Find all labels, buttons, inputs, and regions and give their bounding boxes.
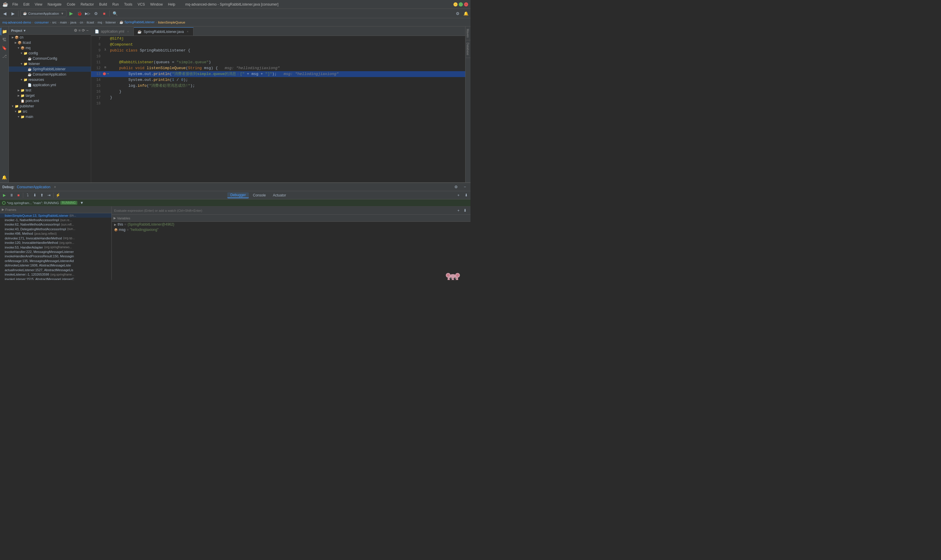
step-over-btn[interactable]: ⤵ bbox=[25, 192, 31, 198]
forward-button[interactable]: ▶ bbox=[9, 10, 17, 17]
tree-appyml[interactable]: 📄 application.yml bbox=[9, 82, 91, 88]
add-watch-btn[interactable]: + bbox=[455, 192, 462, 198]
menu-window[interactable]: Window bbox=[148, 2, 165, 7]
menu-view[interactable]: View bbox=[32, 2, 45, 7]
frame-7[interactable]: invoke:53, HandlerAdapter (org.springfra… bbox=[0, 245, 111, 249]
menu-file[interactable]: File bbox=[10, 2, 20, 7]
resume-program-btn[interactable]: ▶ bbox=[1, 192, 8, 198]
tab-spring-rabbit-listener[interactable]: ☕ SpringRabbitListener.java × bbox=[134, 27, 194, 35]
breadcrumb-module[interactable]: consumer bbox=[35, 21, 49, 24]
debug-app-name[interactable]: ConsumerApplication bbox=[17, 185, 50, 189]
frame-10[interactable]: onMessage:135, MessagingMessageListenerA… bbox=[0, 258, 111, 263]
settings-button[interactable]: ⚙ bbox=[454, 10, 461, 17]
expression-input[interactable] bbox=[114, 209, 455, 212]
project-collapse-icon[interactable]: ≡ bbox=[78, 28, 81, 33]
debugger-tab[interactable]: Debugger bbox=[227, 192, 249, 198]
stop-button[interactable]: ■ bbox=[101, 10, 108, 17]
var-this[interactable]: ▶ this = {SpringRabbitListener@4962} bbox=[112, 222, 470, 227]
bookmarks-icon[interactable]: 🔖 bbox=[1, 44, 8, 52]
breadcrumb-itcast[interactable]: itcast bbox=[87, 21, 94, 24]
menu-edit[interactable]: Edit bbox=[21, 2, 32, 7]
breadcrumb-class[interactable]: ☕ SpringRabbitListener bbox=[119, 20, 155, 24]
tree-cn[interactable]: ▶ 📦 cn bbox=[9, 35, 91, 40]
menu-navigate[interactable]: Navigate bbox=[45, 2, 64, 7]
tree-pom[interactable]: 📋 pom.xml bbox=[9, 98, 91, 103]
filter-icon[interactable]: ▼ bbox=[78, 200, 85, 206]
more-run-button[interactable]: ⚙ bbox=[92, 10, 99, 17]
debug-close[interactable]: × bbox=[54, 185, 56, 189]
frame-14[interactable]: invokeListener:1515, AbstractMessageList… bbox=[0, 277, 111, 280]
evaluate-expression-btn[interactable]: ⚡ bbox=[55, 192, 61, 198]
project-close-icon[interactable]: − bbox=[86, 28, 89, 33]
back-button[interactable]: ◀ bbox=[1, 10, 8, 17]
breadcrumb-method[interactable]: listenSimpleQueue bbox=[158, 21, 185, 24]
pause-btn[interactable]: ⏸ bbox=[8, 192, 15, 198]
expression-options-btn[interactable]: ⬇ bbox=[462, 207, 468, 214]
run-config-selector[interactable]: ☕ ConsumerApplication ▼ bbox=[20, 10, 66, 17]
maven-tab[interactable]: Maven bbox=[466, 26, 470, 40]
frame-4[interactable]: invoke:498, Method (java.lang.reflect) bbox=[0, 231, 111, 236]
add-expression-btn[interactable]: + bbox=[455, 207, 462, 214]
project-sync-icon[interactable]: ⟳ bbox=[82, 28, 85, 33]
step-out-btn[interactable]: ⬆ bbox=[38, 192, 45, 198]
run-button[interactable]: ▶ bbox=[68, 10, 75, 17]
breadcrumb-project[interactable]: mq-advanced-demo bbox=[2, 21, 31, 24]
thread-label[interactable]: *org.springfram... "main": RUNNING bbox=[7, 201, 59, 205]
tree-common-config[interactable]: ☕ CommonConfig bbox=[9, 56, 91, 61]
tree-mq[interactable]: ▼ 📦 mq bbox=[9, 45, 91, 51]
debug-run-button[interactable]: 🐞 bbox=[76, 10, 83, 17]
menu-code[interactable]: Code bbox=[65, 2, 78, 7]
tree-itcast[interactable]: ▶ 📦 itcast bbox=[9, 40, 91, 45]
breakpoint-13[interactable] bbox=[103, 72, 106, 75]
frame-2[interactable]: invoke:62, NativeMethodAccessorImpl (sun… bbox=[0, 222, 111, 227]
run-coverage-button[interactable]: ▶▷ bbox=[84, 10, 91, 17]
maximize-button[interactable]: □ bbox=[459, 2, 463, 6]
code-editor[interactable]: 7 @Slf4j 8 @Component 9 λ public class S… bbox=[91, 36, 465, 182]
console-tab[interactable]: Console bbox=[250, 193, 269, 198]
breadcrumb-main[interactable]: main bbox=[60, 21, 67, 24]
tab-java-close[interactable]: × bbox=[186, 30, 190, 34]
tree-publisher-main[interactable]: ▼ 📁 main bbox=[9, 114, 91, 119]
tab-application-yml[interactable]: 📄 application.yml × bbox=[91, 27, 134, 35]
database-tab[interactable]: Database bbox=[466, 40, 470, 58]
var-msg[interactable]: 📦 msg = "hellodingjiaxiong" bbox=[112, 227, 470, 232]
menu-help[interactable]: Help bbox=[166, 2, 178, 7]
stop-debug-btn[interactable]: ■ bbox=[15, 192, 22, 198]
breadcrumb-src[interactable]: src bbox=[52, 21, 57, 24]
tree-target[interactable]: ▶ 📁 target bbox=[9, 93, 91, 98]
project-icon[interactable]: 📁 bbox=[1, 28, 8, 35]
tab-yml-close[interactable]: × bbox=[126, 29, 130, 34]
menu-vcs[interactable]: VCS bbox=[135, 2, 147, 7]
frame-8[interactable]: invokeHandler:222, MessagingMessageListe… bbox=[0, 249, 111, 254]
tree-config[interactable]: ▼ 📁 config bbox=[9, 51, 91, 56]
tree-resources[interactable]: ▼ 📁 resources bbox=[9, 77, 91, 82]
frame-5[interactable]: doInvoke:171, InvocableHandlerMethod (or… bbox=[0, 236, 111, 240]
git-icon[interactable]: ⎇ bbox=[1, 52, 8, 60]
actuator-tab[interactable]: Actuator bbox=[270, 193, 289, 198]
notification-icon[interactable]: 🔔 bbox=[1, 174, 8, 181]
frame-3[interactable]: invoke:43, DelegatingMethodAccessorImpl … bbox=[0, 227, 111, 231]
debug-settings-icon[interactable]: ⚙ bbox=[453, 184, 459, 190]
search-everywhere-button[interactable]: 🔍 bbox=[111, 10, 118, 17]
frame-0[interactable]: listenSimpleQueue:13, SpringRabbitListen… bbox=[0, 213, 111, 218]
minimize-button[interactable]: − bbox=[454, 2, 458, 6]
tree-test[interactable]: ▶ 📁 test bbox=[9, 88, 91, 93]
step-into-btn[interactable]: ⬇ bbox=[31, 192, 38, 198]
debug-panel-close-icon[interactable]: − bbox=[462, 184, 468, 190]
tree-consumer-app[interactable]: ☕ ConsumerApplication bbox=[9, 72, 91, 77]
tree-publisher[interactable]: ▼ 📁 publisher bbox=[9, 103, 91, 109]
frame-13[interactable]: invokeListener:-1, 1202653598 (org.sprin… bbox=[0, 272, 111, 277]
run-to-cursor-btn[interactable]: ⇥ bbox=[46, 192, 52, 198]
menu-refactor[interactable]: Refactor bbox=[78, 2, 96, 7]
menu-run[interactable]: Run bbox=[110, 2, 121, 7]
close-button[interactable]: × bbox=[464, 2, 468, 6]
frame-9[interactable]: invokeHandlerAndProcessResult:150, Messa… bbox=[0, 254, 111, 258]
menu-tools[interactable]: Tools bbox=[122, 2, 135, 7]
notifications-button[interactable]: 🔔 bbox=[462, 10, 469, 17]
breadcrumb-listener[interactable]: listener bbox=[106, 21, 116, 24]
breadcrumb-java[interactable]: java bbox=[70, 21, 76, 24]
breadcrumb-cn[interactable]: cn bbox=[80, 21, 83, 24]
project-settings-icon[interactable]: ⚙ bbox=[74, 28, 77, 33]
tree-listener[interactable]: ▼ 📁 listener bbox=[9, 61, 91, 66]
frame-1[interactable]: invoke:-1, NativeMethodAccessorImpl (sun… bbox=[0, 218, 111, 222]
